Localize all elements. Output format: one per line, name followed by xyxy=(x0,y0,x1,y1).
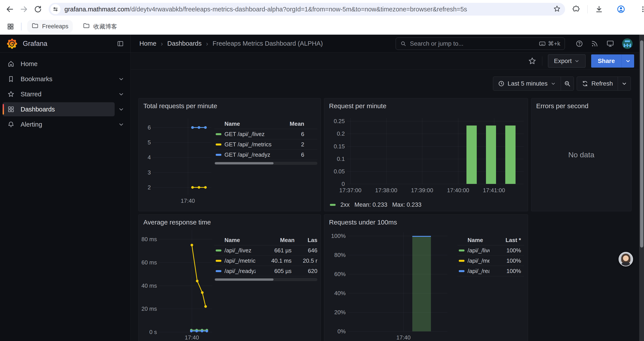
downloads-button[interactable] xyxy=(594,5,604,14)
bookmark-star-icon[interactable] xyxy=(553,5,561,14)
expand-chevron-icon[interactable] xyxy=(115,87,128,101)
bookmark-folder-blogs[interactable]: 收藏博客 xyxy=(78,20,122,33)
rss-icon xyxy=(591,40,598,47)
y-axis-tick-label: 60 ms xyxy=(142,259,157,266)
legend-column-header[interactable]: Mean xyxy=(262,237,294,244)
y-axis-tick-label: 0.25 xyxy=(334,118,345,125)
legend-row[interactable]: /api/_/metrics40.1 ms20.5 r xyxy=(214,256,318,266)
zoom-out-time-button[interactable] xyxy=(561,77,574,90)
series-name: 2xx xyxy=(340,201,350,208)
series-color-swatch xyxy=(459,270,464,272)
legend-scrollbar-thumb[interactable] xyxy=(215,278,274,281)
search-input[interactable]: Search or jump to... ⌘+k xyxy=(396,38,565,50)
y-axis-tick-label: 4 xyxy=(148,154,151,161)
sidebar-item-dashboards[interactable]: Dashboards xyxy=(3,102,115,116)
breadcrumb-separator: › xyxy=(161,40,163,47)
sidebar-item-starred[interactable]: Starred xyxy=(3,87,115,101)
legend-scrollbar[interactable] xyxy=(214,278,318,281)
browser-profile-button[interactable] xyxy=(616,5,626,14)
legend-column-header[interactable]: Mean xyxy=(276,121,304,127)
share-dropdown-button[interactable] xyxy=(622,55,634,68)
legend-column-header[interactable]: Name xyxy=(224,237,262,244)
news-button[interactable] xyxy=(591,40,598,47)
user-avatar[interactable] xyxy=(622,38,632,49)
expand-chevron-icon[interactable] xyxy=(115,117,128,131)
legend-row[interactable]: /api/_/readyz605 µs620 xyxy=(214,266,318,276)
site-settings-icon[interactable] xyxy=(50,4,60,14)
expand-chevron-icon[interactable] xyxy=(115,102,128,116)
expand-chevron-icon[interactable] xyxy=(115,72,128,86)
legend-row[interactable]: /api/_/livez661 µs646 xyxy=(214,245,318,256)
legend-value: 6 xyxy=(276,131,304,138)
legend-row[interactable]: GET /api/_/metrics2 xyxy=(214,139,318,150)
legend-row[interactable]: GET /api/_/livez6 xyxy=(214,129,318,139)
panel-average-response-time: Average response time 80 ms60 ms40 ms20 … xyxy=(138,214,321,341)
assistant-avatar[interactable] xyxy=(618,252,633,266)
legend-series-name: /api/_/livez xyxy=(468,247,490,254)
legend-column-header[interactable]: Name xyxy=(224,121,276,127)
series-color-swatch xyxy=(459,260,464,262)
plot-area[interactable] xyxy=(159,230,212,332)
y-axis-tick-label: 40 ms xyxy=(142,282,157,289)
url-bar[interactable]: grafana.mathmast.com/d/deytv4rwavabkb/fr… xyxy=(49,3,565,16)
sidebar-toggle-button[interactable] xyxy=(117,40,124,47)
chevron-down-icon xyxy=(622,81,627,87)
y-axis-tick-label: 40% xyxy=(334,290,346,297)
refresh-button[interactable]: Refresh xyxy=(577,77,618,90)
sidebar-item-alerting[interactable]: Alerting xyxy=(3,117,115,131)
legend-scrollbar[interactable] xyxy=(214,162,318,165)
page-scrollbar-thumb[interactable] xyxy=(640,40,643,247)
share-button[interactable]: Share xyxy=(591,55,622,68)
legend-column-header[interactable]: Name xyxy=(468,237,492,244)
browser-forward-button[interactable] xyxy=(20,5,28,14)
export-button[interactable]: Export xyxy=(548,55,586,68)
legend-row[interactable]: /api/_/livez100% xyxy=(458,245,524,256)
series-max: Max: 0.233 xyxy=(392,201,422,208)
refresh-interval-dropdown[interactable] xyxy=(618,77,631,90)
breadcrumb-dashboards[interactable]: Dashboards xyxy=(167,40,202,47)
browser-menu-button[interactable] xyxy=(638,5,644,14)
dashboard-canvas: Export Share Last 5 minutes xyxy=(131,53,644,341)
sidebar-item-label: Home xyxy=(20,60,38,68)
page-scrollbar-track[interactable] xyxy=(639,35,644,341)
keyboard-icon xyxy=(539,40,546,47)
sidebar-item-home[interactable]: Home xyxy=(3,57,115,71)
legend-column-header[interactable]: Las xyxy=(294,237,318,244)
series-mean: Mean: 0.233 xyxy=(354,201,387,208)
apps-grid-button[interactable] xyxy=(6,22,15,31)
y-axis-tick-label: 0.15 xyxy=(334,143,345,150)
series-color-swatch xyxy=(216,249,222,251)
breadcrumb-home[interactable]: Home xyxy=(140,40,156,47)
plot-area[interactable] xyxy=(347,118,524,184)
legend-series-name: /api/_/metrics xyxy=(468,257,490,264)
favorite-star-button[interactable] xyxy=(528,57,536,65)
actions-divider xyxy=(542,56,542,66)
plot-area[interactable] xyxy=(152,119,211,195)
browser-reload-button[interactable] xyxy=(34,5,42,14)
bar xyxy=(486,126,496,184)
gridline xyxy=(348,293,448,293)
bar-chart: 100%80%60%40%20%0% 17:40 xyxy=(324,215,528,341)
sidebar-nav: Home Bookmarks Starred xyxy=(0,53,131,341)
legend-column-header[interactable]: Last * xyxy=(492,237,521,244)
plot-area[interactable] xyxy=(348,232,448,331)
sidebar-item-label: Alerting xyxy=(20,121,42,128)
time-range-picker[interactable]: Last 5 minutes xyxy=(493,77,561,90)
legend-scrollbar-thumb[interactable] xyxy=(215,162,274,164)
y-axis-tick-label: 60% xyxy=(334,270,346,278)
bookmark-label: 收藏博客 xyxy=(94,23,117,31)
share-split-button: Share xyxy=(591,55,634,68)
help-button[interactable] xyxy=(576,40,583,47)
legend-row[interactable]: GET /api/_/readyz6 xyxy=(214,150,318,160)
legend-row[interactable]: /api/_/metrics100% xyxy=(458,256,524,266)
bookmark-folder-freeleaps[interactable]: Freeleaps xyxy=(27,20,73,33)
display-button[interactable] xyxy=(606,40,614,48)
sidebar-item-label: Bookmarks xyxy=(20,76,52,83)
legend-row[interactable]: /api/_/readyz100% xyxy=(458,266,524,276)
y-axis-tick-label: 80 ms xyxy=(142,236,157,243)
sidebar-item-bookmarks[interactable]: Bookmarks xyxy=(3,72,115,86)
extensions-button[interactable] xyxy=(571,5,581,14)
legend-inline[interactable]: 2xx Mean: 0.233 Max: 0.233 xyxy=(330,201,422,208)
browser-back-button[interactable] xyxy=(6,5,14,14)
legend-value: 2 xyxy=(276,141,304,148)
